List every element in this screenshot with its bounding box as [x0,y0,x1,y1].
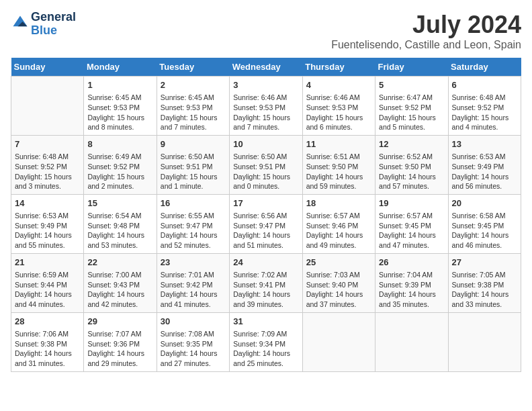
day-number: 1 [87,79,152,91]
calendar-cell: 10Sunrise: 6:50 AM Sunset: 9:51 PM Dayli… [230,135,302,194]
calendar-cell: 25Sunrise: 7:03 AM Sunset: 9:40 PM Dayli… [302,253,375,312]
day-of-week-tuesday: Tuesday [157,58,229,77]
day-number: 20 [452,197,517,210]
day-info: Sunrise: 6:53 AM Sunset: 9:49 PM Dayligh… [452,152,517,191]
day-number: 19 [379,197,444,210]
calendar-cell: 6Sunrise: 6:48 AM Sunset: 9:52 PM Daylig… [448,77,521,136]
calendar-cell: 22Sunrise: 7:00 AM Sunset: 9:43 PM Dayli… [84,253,157,312]
calendar-cell: 30Sunrise: 7:08 AM Sunset: 9:35 PM Dayli… [157,312,229,371]
day-number: 25 [306,257,371,269]
logo-icon [11,13,30,32]
day-info: Sunrise: 6:51 AM Sunset: 9:50 PM Dayligh… [306,152,371,191]
day-info: Sunrise: 6:59 AM Sunset: 9:44 PM Dayligh… [15,270,80,310]
logo-text-blue: Blue [31,24,76,38]
day-info: Sunrise: 6:46 AM Sunset: 9:53 PM Dayligh… [306,93,371,132]
page-header: General Blue July 2024 Fuentelisendo, Ca… [11,11,521,51]
logo-text-general: General [31,11,76,24]
day-number: 14 [15,197,80,210]
day-number: 31 [233,316,298,328]
location-title: Fuentelisendo, Castille and Leon, Spain [331,39,521,51]
calendar-cell: 18Sunrise: 6:57 AM Sunset: 9:46 PM Dayli… [302,194,375,253]
day-number: 13 [452,138,517,150]
day-number: 3 [233,79,298,91]
calendar-cell [375,312,448,371]
day-number: 22 [87,257,152,269]
day-number: 23 [161,257,226,269]
day-number: 26 [379,257,444,269]
month-title: July 2024 [331,11,521,39]
calendar-cell: 27Sunrise: 7:05 AM Sunset: 9:38 PM Dayli… [448,253,521,312]
day-info: Sunrise: 6:48 AM Sunset: 9:52 PM Dayligh… [452,93,517,132]
day-number: 30 [161,316,226,328]
day-number: 17 [233,197,298,210]
day-of-week-wednesday: Wednesday [230,58,302,77]
day-info: Sunrise: 7:07 AM Sunset: 9:36 PM Dayligh… [87,329,152,369]
day-info: Sunrise: 6:46 AM Sunset: 9:53 PM Dayligh… [233,93,298,132]
day-number: 10 [233,138,298,150]
calendar-cell: 14Sunrise: 6:53 AM Sunset: 9:49 PM Dayli… [11,194,84,253]
day-of-week-monday: Monday [84,58,157,77]
day-info: Sunrise: 7:09 AM Sunset: 9:34 PM Dayligh… [233,329,298,369]
calendar-cell: 2Sunrise: 6:45 AM Sunset: 9:53 PM Daylig… [157,77,229,136]
day-number: 21 [15,257,80,269]
day-info: Sunrise: 7:00 AM Sunset: 9:43 PM Dayligh… [87,270,152,310]
day-info: Sunrise: 7:04 AM Sunset: 9:39 PM Dayligh… [379,270,444,310]
day-number: 8 [87,138,152,150]
calendar-cell: 31Sunrise: 7:09 AM Sunset: 9:34 PM Dayli… [230,312,302,371]
day-info: Sunrise: 7:08 AM Sunset: 9:35 PM Dayligh… [161,329,226,369]
day-number: 28 [15,316,80,328]
calendar-cell: 23Sunrise: 7:01 AM Sunset: 9:42 PM Dayli… [157,253,229,312]
day-number: 15 [87,197,152,210]
calendar-cell [302,312,375,371]
day-number: 4 [306,79,371,91]
day-number: 18 [306,197,371,210]
calendar-cell: 15Sunrise: 6:54 AM Sunset: 9:48 PM Dayli… [84,194,157,253]
day-number: 11 [306,138,371,150]
day-number: 16 [161,197,226,210]
day-of-week-thursday: Thursday [302,58,375,77]
day-info: Sunrise: 7:06 AM Sunset: 9:38 PM Dayligh… [15,329,80,369]
day-of-week-saturday: Saturday [448,58,521,77]
day-number: 12 [379,138,444,150]
day-of-week-sunday: Sunday [11,58,84,77]
calendar-cell: 28Sunrise: 7:06 AM Sunset: 9:38 PM Dayli… [11,312,84,371]
calendar-cell: 9Sunrise: 6:50 AM Sunset: 9:51 PM Daylig… [157,135,229,194]
day-info: Sunrise: 7:01 AM Sunset: 9:42 PM Dayligh… [161,270,226,310]
title-block: July 2024 Fuentelisendo, Castille and Le… [331,11,521,51]
day-number: 29 [87,316,152,328]
calendar-cell: 5Sunrise: 6:47 AM Sunset: 9:52 PM Daylig… [375,77,448,136]
calendar-cell: 1Sunrise: 6:45 AM Sunset: 9:53 PM Daylig… [84,77,157,136]
calendar-cell: 24Sunrise: 7:02 AM Sunset: 9:41 PM Dayli… [230,253,302,312]
calendar-cell: 13Sunrise: 6:53 AM Sunset: 9:49 PM Dayli… [448,135,521,194]
calendar-cell: 12Sunrise: 6:52 AM Sunset: 9:50 PM Dayli… [375,135,448,194]
day-info: Sunrise: 6:45 AM Sunset: 9:53 PM Dayligh… [87,93,152,132]
calendar-cell: 17Sunrise: 6:56 AM Sunset: 9:47 PM Dayli… [230,194,302,253]
day-number: 27 [452,257,517,269]
day-info: Sunrise: 6:52 AM Sunset: 9:50 PM Dayligh… [379,152,444,191]
day-number: 7 [15,138,80,150]
calendar-cell: 21Sunrise: 6:59 AM Sunset: 9:44 PM Dayli… [11,253,84,312]
calendar-cell: 8Sunrise: 6:49 AM Sunset: 9:52 PM Daylig… [84,135,157,194]
day-info: Sunrise: 7:03 AM Sunset: 9:40 PM Dayligh… [306,270,371,310]
calendar-cell: 11Sunrise: 6:51 AM Sunset: 9:50 PM Dayli… [302,135,375,194]
day-info: Sunrise: 6:47 AM Sunset: 9:52 PM Dayligh… [379,93,444,132]
day-info: Sunrise: 7:05 AM Sunset: 9:38 PM Dayligh… [452,270,517,310]
day-info: Sunrise: 6:53 AM Sunset: 9:49 PM Dayligh… [15,211,80,250]
day-info: Sunrise: 6:50 AM Sunset: 9:51 PM Dayligh… [161,152,226,191]
day-number: 6 [452,79,517,91]
day-info: Sunrise: 6:56 AM Sunset: 9:47 PM Dayligh… [233,211,298,250]
calendar-cell: 4Sunrise: 6:46 AM Sunset: 9:53 PM Daylig… [302,77,375,136]
day-info: Sunrise: 6:50 AM Sunset: 9:51 PM Dayligh… [233,152,298,191]
day-info: Sunrise: 6:48 AM Sunset: 9:52 PM Dayligh… [15,152,80,191]
day-info: Sunrise: 6:54 AM Sunset: 9:48 PM Dayligh… [87,211,152,250]
calendar-cell: 16Sunrise: 6:55 AM Sunset: 9:47 PM Dayli… [157,194,229,253]
day-info: Sunrise: 6:55 AM Sunset: 9:47 PM Dayligh… [161,211,226,250]
day-number: 24 [233,257,298,269]
day-number: 5 [379,79,444,91]
calendar-cell [448,312,521,371]
calendar-cell: 7Sunrise: 6:48 AM Sunset: 9:52 PM Daylig… [11,135,84,194]
calendar-cell: 29Sunrise: 7:07 AM Sunset: 9:36 PM Dayli… [84,312,157,371]
day-info: Sunrise: 6:57 AM Sunset: 9:46 PM Dayligh… [306,211,371,250]
day-info: Sunrise: 6:58 AM Sunset: 9:45 PM Dayligh… [452,211,517,250]
day-of-week-friday: Friday [375,58,448,77]
